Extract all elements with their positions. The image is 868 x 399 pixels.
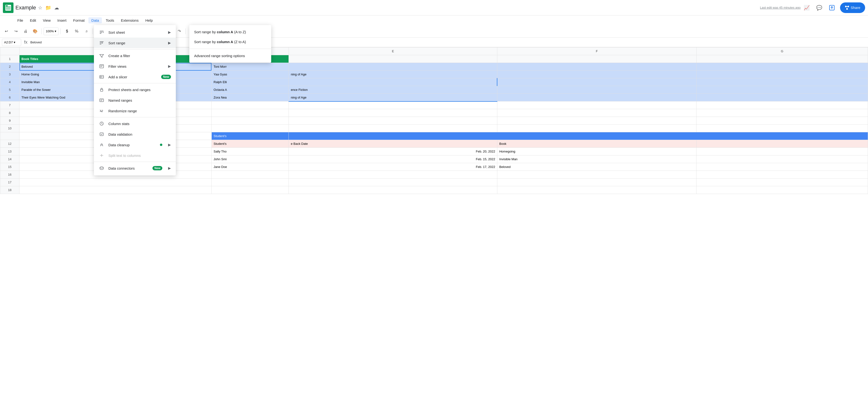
cell-e9[interactable]	[289, 117, 497, 125]
share-button[interactable]: Share	[840, 2, 865, 13]
cell-g13[interactable]	[696, 148, 868, 155]
cell-f4[interactable]	[497, 78, 696, 86]
trending-icon[interactable]: 📈	[803, 3, 811, 12]
cell-e17[interactable]	[289, 179, 497, 186]
cell-g6[interactable]	[696, 94, 868, 101]
cell-f2[interactable]	[497, 63, 696, 70]
cell-b11[interactable]: Student's	[212, 132, 289, 140]
menu-add-slicer[interactable]: Add a slicer New	[94, 71, 176, 82]
cell-f10[interactable]	[497, 125, 696, 132]
cell-g2[interactable]	[696, 63, 868, 70]
cell-f17[interactable]	[497, 179, 696, 186]
cell-b3[interactable]: Yaa Gyas	[212, 70, 289, 78]
cell-f13[interactable]: Homegoing	[497, 148, 696, 155]
cell-b17[interactable]	[212, 179, 289, 186]
menu-tools[interactable]: Tools	[103, 17, 117, 23]
cell-g9[interactable]	[696, 117, 868, 125]
cell-a18[interactable]	[20, 186, 212, 194]
comment-icon[interactable]: 💬	[815, 3, 824, 12]
sort-col-a-desc[interactable]: Sort range by column A (Z to A)	[189, 37, 271, 47]
cell-b6[interactable]: Zora Nea	[212, 94, 289, 101]
menu-sort-range[interactable]: Sort range ▶	[94, 38, 176, 48]
currency-button[interactable]: $	[63, 27, 71, 36]
cell-f1[interactable]	[497, 55, 696, 63]
redo-button[interactable]: ↪	[11, 27, 20, 36]
cell-g5[interactable]	[696, 86, 868, 94]
menu-split-text[interactable]: Split text to columns	[94, 150, 176, 161]
cell-b18[interactable]	[212, 186, 289, 194]
cell-e12[interactable]: e Back Date	[289, 140, 497, 148]
menu-named-ranges[interactable]: Named ranges	[94, 95, 176, 105]
cell-g17[interactable]	[696, 179, 868, 186]
cell-f3[interactable]	[497, 70, 696, 78]
cell-g12[interactable]	[696, 140, 868, 148]
cell-b10[interactable]	[212, 125, 289, 132]
cell-a17[interactable]	[20, 179, 212, 186]
menu-randomize[interactable]: Randomize range	[94, 105, 176, 116]
cell-g3[interactable]	[696, 70, 868, 78]
menu-view[interactable]: View	[40, 17, 54, 23]
cell-e2[interactable]	[289, 63, 497, 70]
menu-data-connectors[interactable]: Data connectors New ▶	[94, 163, 176, 174]
cell-f8[interactable]	[497, 109, 696, 117]
cell-g15[interactable]	[696, 163, 868, 171]
cell-e5[interactable]: ence Fiction	[289, 86, 497, 94]
cell-e15[interactable]: Feb. 17, 2022	[289, 163, 497, 171]
cell-f12[interactable]: Book	[497, 140, 696, 148]
decimal-button[interactable]: .0	[82, 27, 91, 36]
cell-e10[interactable]	[289, 125, 497, 132]
col-header-g[interactable]: G	[696, 48, 868, 55]
menu-edit[interactable]: Edit	[27, 17, 39, 23]
cell-b16[interactable]	[212, 171, 289, 179]
menu-file[interactable]: File	[14, 17, 26, 23]
undo-button[interactable]: ↩	[2, 27, 10, 36]
folder-icon[interactable]: 📁	[45, 5, 51, 10]
cell-g4[interactable]	[696, 78, 868, 86]
menu-filter-views[interactable]: Filter views ▶	[94, 61, 176, 71]
menu-column-stats[interactable]: Column stats	[94, 118, 176, 129]
cell-e18[interactable]	[289, 186, 497, 194]
sort-col-a-asc[interactable]: Sort range by column A (A to Z)	[189, 27, 271, 37]
cell-e13[interactable]: Feb. 20, 2022	[289, 148, 497, 155]
cell-f6[interactable]	[497, 94, 696, 101]
cell-e7[interactable]	[289, 101, 497, 109]
cell-g18[interactable]	[696, 186, 868, 194]
col-header-f[interactable]: F	[497, 48, 696, 55]
menu-data-cleanup[interactable]: Data cleanup ▶	[94, 140, 176, 150]
zoom-control[interactable]: 100% ▾	[43, 28, 59, 35]
menu-data[interactable]: Data	[88, 17, 102, 23]
cell-b5[interactable]: Octavia A	[212, 86, 289, 94]
paint-format-button[interactable]: 🎨	[31, 27, 39, 36]
cell-f16[interactable]	[497, 171, 696, 179]
menu-protect[interactable]: Protect sheets and ranges	[94, 84, 176, 95]
menu-create-filter[interactable]: Create a filter	[94, 50, 176, 61]
upload-icon[interactable]	[828, 3, 836, 12]
cell-b8[interactable]	[212, 109, 289, 117]
menu-help[interactable]: Help	[142, 17, 156, 23]
cell-b15[interactable]: Jane Doe	[212, 163, 289, 171]
cell-reference[interactable]: A2:D7 ▾	[2, 39, 21, 46]
cell-b14[interactable]: John Smi	[212, 155, 289, 163]
menu-insert[interactable]: Insert	[55, 17, 69, 23]
cell-f15[interactable]: Beloved	[497, 163, 696, 171]
cell-g8[interactable]	[696, 109, 868, 117]
cell-e14[interactable]: Feb. 15, 2022	[289, 155, 497, 163]
cell-g14[interactable]	[696, 155, 868, 163]
cell-g1[interactable]	[696, 55, 868, 63]
cell-f5[interactable]	[497, 86, 696, 94]
star-icon[interactable]: ☆	[38, 5, 42, 10]
advanced-sort-options[interactable]: Advanced range sorting options	[189, 51, 271, 61]
cell-f7[interactable]	[497, 101, 696, 109]
cell-e8[interactable]	[289, 109, 497, 117]
cell-e1[interactable]	[289, 55, 497, 63]
cell-b13[interactable]: Sally Tho	[212, 148, 289, 155]
last-edit-text[interactable]: Last edit was 45 minutes ago	[760, 6, 801, 9]
cell-e16[interactable]	[289, 171, 497, 179]
rotate-button[interactable]: ↷	[175, 27, 184, 36]
cell-e3[interactable]: ning of Age	[289, 70, 497, 78]
col-header-e[interactable]: E	[289, 48, 497, 55]
cell-b9[interactable]	[212, 117, 289, 125]
cloud-icon[interactable]: ☁	[54, 5, 59, 10]
menu-extensions[interactable]: Extensions	[118, 17, 142, 23]
menu-format[interactable]: Format	[70, 17, 88, 23]
